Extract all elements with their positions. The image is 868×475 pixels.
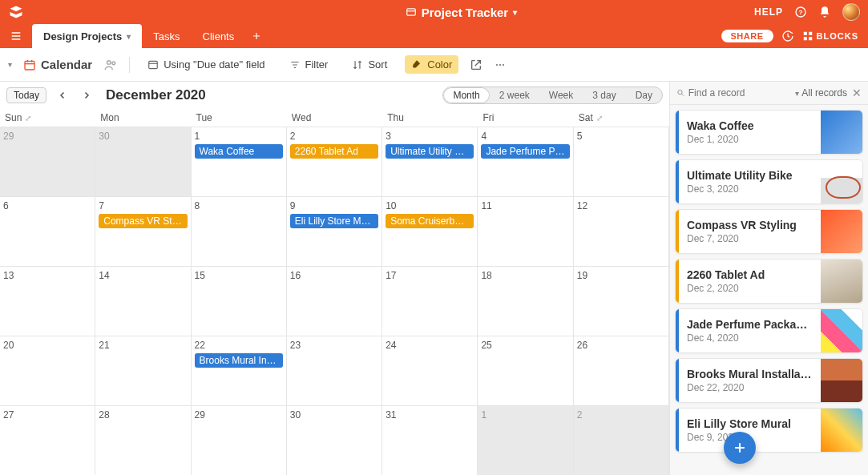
history-icon[interactable] bbox=[781, 30, 794, 42]
calendar-day-cell[interactable]: 25 bbox=[478, 336, 573, 405]
app-logo-icon[interactable] bbox=[8, 4, 24, 20]
chevron-down-icon[interactable]: ▾ bbox=[513, 8, 517, 17]
calendar-day-cell[interactable]: 17 bbox=[382, 266, 478, 336]
record-card[interactable]: Ultimate Utility BikeDec 3, 2020 bbox=[675, 159, 863, 204]
view-range-option[interactable]: Day bbox=[626, 87, 662, 103]
user-avatar[interactable] bbox=[842, 3, 860, 21]
filter-button[interactable]: Filter bbox=[283, 55, 335, 74]
calendar-day-cell[interactable]: 31 bbox=[382, 405, 478, 475]
calendar-day-cell[interactable]: 24 bbox=[382, 336, 478, 405]
calendar-day-cell[interactable]: 3Ultimate Utility Bike bbox=[382, 127, 478, 196]
calendar-day-cell[interactable]: 18 bbox=[478, 266, 573, 336]
record-card[interactable]: Compass VR StylingDec 7, 2020 bbox=[675, 209, 863, 254]
calendar-event[interactable]: Compass VR Styli... bbox=[99, 214, 187, 228]
date-field-selector[interactable]: Using "Due date" field bbox=[141, 55, 271, 74]
calendar-day-cell[interactable]: 1Waka Coffee bbox=[192, 127, 287, 196]
table-tab[interactable]: Clients bbox=[192, 24, 246, 48]
notifications-icon[interactable] bbox=[818, 6, 831, 18]
svg-rect-7 bbox=[809, 37, 812, 40]
records-filter[interactable]: ▾ All records bbox=[795, 87, 847, 99]
calendar-event[interactable]: Jade Perfume Pac... bbox=[481, 144, 569, 159]
view-range-switch: Month2 weekWeek3 dayDay bbox=[442, 87, 663, 104]
view-range-option[interactable]: Week bbox=[539, 87, 583, 103]
today-button[interactable]: Today bbox=[6, 87, 46, 103]
collaborators-icon[interactable] bbox=[103, 58, 118, 72]
share-view-icon[interactable] bbox=[470, 58, 482, 71]
record-card[interactable]: Eli Lilly Store MuralDec 9, 2020 bbox=[675, 408, 863, 453]
share-button[interactable]: SHARE bbox=[721, 30, 773, 42]
expand-column-icon[interactable]: ⤢ bbox=[596, 114, 603, 123]
calendar-event[interactable]: 2260 Tablet Ad bbox=[290, 144, 378, 159]
table-tab[interactable]: Tasks bbox=[142, 24, 191, 48]
records-sidebar: ▾ All records ✕ Waka CoffeeDec 1, 2020Ul… bbox=[670, 82, 868, 475]
day-number: 26 bbox=[577, 340, 665, 351]
record-search[interactable] bbox=[676, 87, 790, 99]
record-thumbnail bbox=[821, 260, 862, 303]
color-button[interactable]: Color bbox=[405, 55, 458, 74]
calendar-day-cell[interactable]: 9Eli Lilly Store Mural bbox=[287, 196, 382, 266]
more-options-icon[interactable] bbox=[494, 58, 507, 71]
calendar-day-cell[interactable]: 2 bbox=[574, 405, 669, 475]
next-month-button[interactable] bbox=[79, 89, 95, 102]
calendar-day-cell[interactable]: 22260 Tablet Ad bbox=[287, 127, 382, 196]
close-sidebar-icon[interactable]: ✕ bbox=[852, 87, 862, 99]
calendar-day-cell[interactable]: 21 bbox=[95, 336, 191, 405]
calendar-day-cell[interactable]: 30 bbox=[95, 127, 191, 196]
calendar-day-cell[interactable]: 1 bbox=[478, 405, 573, 475]
calendar-event[interactable]: Eli Lilly Store Mural bbox=[290, 214, 378, 228]
record-card[interactable]: Brooks Mural InstallationDec 22, 2020 bbox=[675, 358, 863, 403]
calendar-day-cell[interactable]: 29 bbox=[0, 127, 95, 196]
record-card[interactable]: 2260 Tablet AdDec 2, 2020 bbox=[675, 259, 863, 304]
record-date: Dec 3, 2020 bbox=[687, 183, 813, 195]
record-card[interactable]: Waka CoffeeDec 1, 2020 bbox=[675, 110, 863, 155]
calendar-day-cell[interactable]: 6 bbox=[0, 196, 95, 266]
calendar-event[interactable]: Ultimate Utility Bike bbox=[386, 144, 474, 159]
view-range-option[interactable]: Month bbox=[443, 87, 489, 103]
calendar-day-cell[interactable]: 30 bbox=[287, 405, 382, 475]
add-table-button[interactable] bbox=[245, 30, 268, 42]
calendar-day-cell[interactable]: 23 bbox=[287, 336, 382, 405]
calendar-day-cell[interactable]: 27 bbox=[0, 405, 95, 475]
calendar-day-cell[interactable]: 10Soma Cruiserboard bbox=[382, 196, 478, 266]
calendar-day-cell[interactable]: 28 bbox=[95, 405, 191, 475]
calendar-event[interactable]: Waka Coffee bbox=[195, 144, 283, 159]
day-number: 17 bbox=[386, 270, 474, 281]
calendar-day-cell[interactable]: 11 bbox=[478, 196, 573, 266]
day-number: 28 bbox=[99, 409, 187, 421]
calendar-event[interactable]: Soma Cruiserboard bbox=[386, 214, 474, 228]
calendar-day-cell[interactable]: 29 bbox=[192, 405, 287, 475]
weekday-header: Sat⤢ bbox=[574, 109, 669, 127]
blocks-button[interactable]: BLOCKS bbox=[802, 30, 858, 42]
calendar-day-cell[interactable]: 19 bbox=[574, 266, 669, 336]
calendar-day-cell[interactable]: 22Brooks Mural Inst... bbox=[192, 336, 287, 405]
calendar-day-cell[interactable]: 20 bbox=[0, 336, 95, 405]
record-search-input[interactable] bbox=[688, 87, 791, 99]
calendar-event[interactable]: Brooks Mural Inst... bbox=[195, 353, 283, 368]
view-name[interactable]: Calendar bbox=[23, 58, 92, 71]
svg-line-20 bbox=[682, 94, 684, 95]
prev-month-button[interactable] bbox=[55, 89, 71, 102]
sort-button[interactable]: Sort bbox=[345, 55, 394, 74]
calendar-day-cell[interactable]: 15 bbox=[192, 266, 287, 336]
calendar-day-cell[interactable]: 7Compass VR Styli... bbox=[95, 196, 191, 266]
calendar-day-cell[interactable]: 14 bbox=[95, 266, 191, 336]
calendar-day-cell[interactable]: 26 bbox=[574, 336, 669, 405]
calendar-day-cell[interactable]: 16 bbox=[287, 266, 382, 336]
day-number: 3 bbox=[386, 131, 474, 142]
calendar-day-cell[interactable]: 12 bbox=[574, 196, 669, 266]
view-range-option[interactable]: 2 week bbox=[490, 87, 539, 103]
calendar-day-cell[interactable]: 5 bbox=[574, 127, 669, 196]
table-tab[interactable]: Design Projects▾ bbox=[32, 24, 142, 48]
views-sidebar-toggle-icon[interactable]: ▾ bbox=[8, 60, 12, 69]
calendar-day-cell[interactable]: 13 bbox=[0, 266, 95, 336]
calendar-day-cell[interactable]: 8 bbox=[192, 196, 287, 266]
help-icon[interactable]: ? bbox=[794, 6, 807, 18]
view-range-option[interactable]: 3 day bbox=[583, 87, 625, 103]
help-link[interactable]: HELP bbox=[754, 6, 783, 18]
calendar-day-cell[interactable]: 4Jade Perfume Pac... bbox=[478, 127, 573, 196]
record-card[interactable]: Jade Perfume PackagingDec 4, 2020 bbox=[675, 308, 863, 353]
menu-icon[interactable] bbox=[0, 30, 32, 42]
add-record-fab[interactable] bbox=[724, 432, 756, 464]
expand-column-icon[interactable]: ⤢ bbox=[25, 114, 31, 123]
base-title[interactable]: Project Tracker bbox=[422, 6, 508, 19]
